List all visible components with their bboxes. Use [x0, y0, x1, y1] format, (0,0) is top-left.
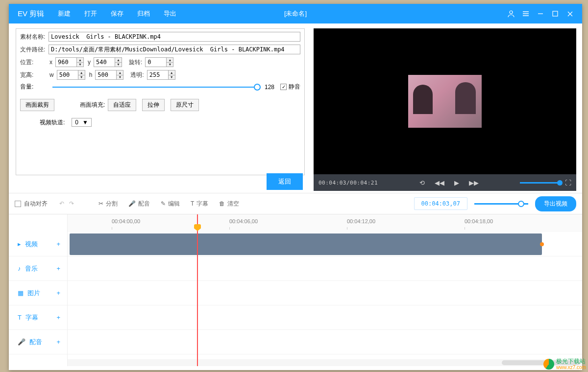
y-label: y [88, 59, 91, 66]
rotation-input[interactable] [146, 58, 166, 67]
return-button[interactable]: 返回 [267, 173, 303, 190]
opacity-label: 透明: [130, 71, 144, 79]
fill-original-button[interactable]: 原尺寸 [171, 99, 199, 111]
video-frame-thumbnail [408, 75, 482, 128]
size-label: 宽高: [20, 71, 49, 79]
dub-track[interactable] [68, 330, 582, 354]
horizontal-scrollbar[interactable] [68, 359, 582, 366]
minimize-icon[interactable] [536, 9, 545, 18]
redo-icon[interactable]: ↷ [69, 200, 74, 207]
timeline-body[interactable]: 00:04:00,00 00:04:06,00 00:04:12,00 00:0… [68, 214, 582, 366]
volume-slider-thumb[interactable] [254, 84, 261, 91]
play-icon[interactable]: ▶ [454, 179, 459, 186]
fill-stretch-button[interactable]: 拉伸 [142, 99, 165, 111]
video-track[interactable] [68, 232, 582, 256]
loop-icon[interactable]: ⟲ [419, 179, 425, 186]
name-label: 素材名称: [20, 33, 49, 41]
x-input[interactable] [56, 58, 76, 67]
image-track[interactable] [68, 281, 582, 305]
menu-open[interactable]: 打开 [79, 7, 102, 20]
upper-section: 素材名称: 文件路径: 位置: x ▲▼ y ▲▼ 旋转: ▲▼ 宽 [9, 23, 582, 193]
preview-progress-thumb[interactable] [557, 180, 563, 186]
y-spinner[interactable]: ▲▼ [115, 58, 122, 67]
video-track-label: 视频轨道: [40, 118, 65, 127]
svg-point-0 [510, 11, 513, 14]
watermark: 极光下载站 www.xz7.com [543, 358, 586, 370]
export-video-button[interactable]: 导出视频 [535, 196, 576, 211]
add-video-track-icon[interactable]: + [56, 240, 60, 248]
w-spinner[interactable]: ▲▼ [78, 70, 85, 79]
mute-label: 静音 [289, 83, 300, 91]
timeline-ruler[interactable]: 00:04:00,00 00:04:06,00 00:04:12,00 00:0… [68, 214, 582, 232]
opacity-spinner[interactable]: ▲▼ [168, 70, 175, 79]
main-menu: 新建 打开 保存 归档 导出 [53, 7, 181, 20]
timeline: ▸视频+ ♪音乐+ ▦图片+ T字幕+ 🎤配音+ 00:04:00,00 00:… [9, 214, 582, 366]
edit-button[interactable]: ✎编辑 [161, 200, 180, 208]
fullscreen-icon[interactable]: ⛶ [565, 179, 571, 186]
music-track[interactable] [68, 256, 582, 281]
preview-progress-slider[interactable] [520, 182, 560, 184]
window-controls [507, 9, 582, 18]
menu-archive[interactable]: 归档 [132, 7, 155, 20]
image-track-label-row[interactable]: ▦图片+ [9, 281, 67, 305]
w-input[interactable] [57, 70, 78, 79]
volume-slider[interactable] [52, 87, 261, 88]
subtitle-track[interactable] [68, 305, 582, 330]
add-image-track-icon[interactable]: + [56, 289, 60, 297]
add-subtitle-track-icon[interactable]: + [56, 314, 60, 321]
mute-checkbox[interactable]: ✓ [280, 84, 287, 90]
volume-label: 音量: [20, 83, 49, 91]
subtitle-track-icon: T [18, 314, 22, 321]
maximize-icon[interactable] [551, 9, 560, 18]
file-path-input[interactable] [49, 45, 300, 54]
menu-save[interactable]: 保存 [106, 7, 128, 20]
add-music-track-icon[interactable]: + [56, 265, 60, 272]
chevron-down-icon: ▼ [82, 119, 88, 126]
h-input[interactable] [96, 70, 116, 79]
video-clip[interactable] [70, 233, 542, 255]
ruler-mark: 00:04:00,00 [112, 218, 140, 224]
video-track-label-row[interactable]: ▸视频+ [9, 232, 67, 256]
rotation-spinner[interactable]: ▲▼ [166, 58, 173, 67]
close-icon[interactable] [565, 9, 574, 18]
y-input[interactable] [94, 58, 115, 67]
zoom-slider[interactable] [474, 203, 528, 205]
watermark-name: 极光下载站 [556, 358, 586, 365]
zoom-slider-thumb[interactable] [518, 201, 524, 207]
opacity-input[interactable] [147, 70, 168, 79]
video-track-icon: ▸ [18, 240, 21, 248]
material-name-input[interactable] [49, 32, 300, 42]
dub-track-label-row[interactable]: 🎤配音+ [9, 330, 67, 354]
user-icon[interactable] [507, 9, 515, 18]
video-track-select[interactable]: 0▼ [72, 118, 92, 127]
track-labels-column: ▸视频+ ♪音乐+ ▦图片+ T字幕+ 🎤配音+ [9, 214, 68, 366]
add-dub-track-icon[interactable]: + [56, 338, 60, 346]
clear-button[interactable]: 🗑清空 [219, 200, 239, 208]
dub-button[interactable]: 🎤配音 [128, 200, 150, 208]
text-icon: T [191, 200, 194, 207]
playhead[interactable] [197, 214, 198, 366]
forward-icon[interactable]: ▶▶ [469, 179, 479, 186]
preview-viewport[interactable] [314, 28, 576, 174]
music-track-label-row[interactable]: ♪音乐+ [9, 256, 67, 281]
subtitle-button[interactable]: T字幕 [191, 200, 208, 208]
auto-align-checkbox[interactable] [15, 201, 21, 207]
fill-fit-button[interactable]: 自适应 [108, 99, 136, 111]
split-button[interactable]: ✂分割 [98, 200, 118, 208]
crop-button[interactable]: 画面裁剪 [20, 99, 54, 111]
mic-icon: 🎤 [128, 200, 136, 207]
menu-new[interactable]: 新建 [53, 7, 75, 20]
undo-icon[interactable]: ↶ [59, 200, 64, 207]
svg-rect-1 [553, 11, 558, 16]
x-spinner[interactable]: ▲▼ [76, 58, 83, 67]
h-spinner[interactable]: ▲▼ [116, 70, 123, 79]
titlebar: EV 剪辑 新建 打开 保存 归档 导出 [未命名] [9, 4, 582, 23]
x-label: x [49, 59, 52, 66]
time-display: 00:04:03/00:04:21 [318, 180, 378, 186]
menu-export[interactable]: 导出 [159, 7, 181, 20]
pencil-icon: ✎ [161, 200, 166, 207]
rewind-icon[interactable]: ◀◀ [435, 179, 444, 186]
menu-icon[interactable] [521, 9, 530, 18]
app-window: EV 剪辑 新建 打开 保存 归档 导出 [未命名] 素材名称: [9, 4, 582, 370]
subtitle-track-label-row[interactable]: T字幕+ [9, 305, 67, 330]
